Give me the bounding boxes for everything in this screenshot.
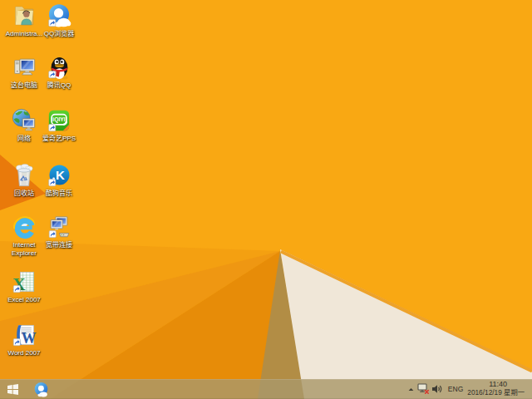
desktop-icon-tencent-qq[interactable]: 腾讯QQ	[32, 55, 86, 90]
network-disconnected-icon	[417, 383, 430, 395]
qq-penguin-icon	[47, 55, 71, 80]
word-icon: W	[12, 323, 37, 347]
windows-flag-icon	[7, 384, 18, 395]
qq-browser-icon	[33, 382, 49, 397]
clock-date: 2016/12/19 星期一	[467, 389, 525, 397]
word-w-letter: W	[22, 330, 37, 347]
icon-label: QQ浏览器	[36, 30, 82, 38]
tray-volume[interactable]	[431, 379, 444, 399]
desktop-icon-kugou-music[interactable]: K 酷狗音乐	[32, 163, 86, 198]
taskbar-qq-browser-button[interactable]	[25, 379, 57, 399]
icon-label: Word 2007	[1, 349, 47, 357]
desktop-icon-word-2007[interactable]: W Word 2007	[0, 323, 51, 357]
clock-time: 11:40	[467, 381, 525, 388]
desktop-icon-broadband[interactable]: 宽带连接	[32, 214, 86, 249]
taskbar-clock[interactable]: 11:40 2016/12/19 星期一	[467, 381, 532, 397]
icon-label: Excel 2007	[1, 296, 47, 304]
kugou-k-letter: K	[56, 168, 65, 182]
qq-browser-icon	[47, 3, 71, 28]
desktop: Administra... 这台电脑 网络	[0, 0, 532, 399]
language-indicator[interactable]: ENG	[444, 385, 467, 393]
iqiyi-wordmark: iQIYI	[52, 116, 66, 123]
system-tray: ENG 11:40 2016/12/19 星期一	[405, 379, 532, 399]
taskbar: ENG 11:40 2016/12/19 星期一	[0, 379, 532, 399]
chevron-up-icon	[407, 386, 415, 393]
start-button[interactable]	[0, 379, 25, 399]
icon-label: 腾讯QQ	[36, 81, 82, 90]
iqiyi-icon: iQIYI	[47, 108, 71, 133]
desktop-icon-excel-2007[interactable]: X Excel 2007	[0, 269, 51, 304]
tray-network-status[interactable]	[417, 379, 431, 399]
show-hidden-icons-button[interactable]	[405, 379, 417, 399]
desktop-icon-qq-browser[interactable]: QQ浏览器	[32, 3, 86, 38]
kugou-icon: K	[47, 163, 71, 188]
excel-icon: X	[12, 269, 37, 294]
desktop-icon-iqiyi-pps[interactable]: iQIYI 爱奇艺PPS	[32, 108, 86, 143]
speaker-icon	[431, 384, 442, 394]
icon-label: 爱奇艺PPS	[36, 135, 82, 143]
broadband-icon	[47, 214, 71, 239]
icon-label: 宽带连接	[36, 241, 82, 249]
icon-label: 酷狗音乐	[36, 190, 82, 198]
